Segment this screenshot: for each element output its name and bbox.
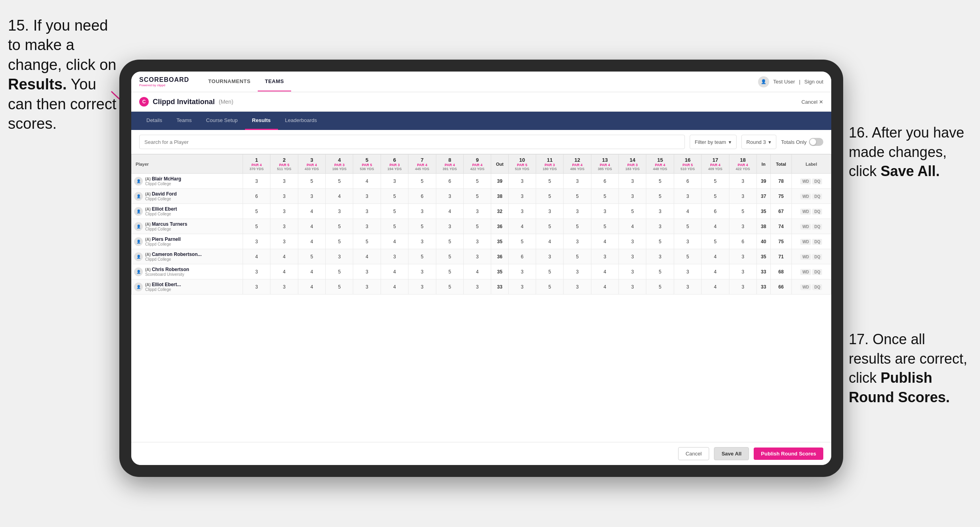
score-hole-13[interactable]: 5 — [591, 219, 618, 234]
table-row[interactable]: 👤 (A) Chris Robertson Scoreboard Univers… — [132, 264, 831, 279]
score-hole-4[interactable]: 3 — [326, 204, 353, 219]
score-hole-1[interactable]: 3 — [243, 264, 270, 279]
table-row[interactable]: 👤 (A) Elliot Ebert Clippd College 534335… — [132, 204, 831, 219]
score-hole-4[interactable]: 5 — [326, 264, 353, 279]
score-hole-5[interactable]: 3 — [353, 204, 381, 219]
score-hole-6[interactable]: 5 — [381, 204, 408, 219]
score-hole-13[interactable]: 3 — [591, 204, 618, 219]
score-hole-12[interactable]: 3 — [564, 204, 591, 219]
score-hole-15[interactable]: 5 — [646, 264, 674, 279]
score-hole-13[interactable]: 4 — [591, 234, 618, 249]
score-hole-16[interactable]: 3 — [674, 189, 701, 204]
nav-teams[interactable]: TEAMS — [258, 72, 291, 91]
totals-toggle-switch[interactable] — [809, 138, 823, 146]
score-hole-16[interactable]: 6 — [674, 174, 701, 189]
score-hole-1[interactable]: 5 — [243, 204, 270, 219]
score-hole-8[interactable]: 5 — [436, 249, 463, 264]
score-hole-3[interactable]: 3 — [298, 189, 325, 204]
score-hole-12[interactable]: 5 — [564, 249, 591, 264]
score-hole-4[interactable]: 5 — [326, 234, 353, 249]
score-hole-11[interactable]: 5 — [536, 219, 563, 234]
score-hole-11[interactable]: 5 — [536, 264, 563, 279]
dq-badge[interactable]: DQ — [812, 269, 822, 275]
score-hole-14[interactable]: 3 — [619, 174, 646, 189]
nav-tournaments[interactable]: TOURNAMENTS — [201, 72, 258, 91]
score-hole-7[interactable]: 3 — [408, 234, 436, 249]
score-hole-6[interactable]: 4 — [381, 264, 408, 279]
score-hole-2[interactable]: 3 — [270, 189, 298, 204]
score-hole-17[interactable]: 4 — [702, 279, 729, 294]
wd-badge[interactable]: WD — [800, 239, 811, 245]
score-hole-16[interactable]: 3 — [674, 279, 701, 294]
score-hole-7[interactable]: 6 — [408, 189, 436, 204]
score-hole-3[interactable]: 4 — [298, 234, 325, 249]
score-hole-3[interactable]: 5 — [298, 174, 325, 189]
score-hole-16[interactable]: 5 — [674, 219, 701, 234]
score-hole-4[interactable]: 4 — [326, 189, 353, 204]
score-hole-12[interactable]: 3 — [564, 174, 591, 189]
score-hole-2[interactable]: 3 — [270, 174, 298, 189]
dq-badge[interactable]: DQ — [812, 194, 822, 200]
score-hole-13[interactable]: 4 — [591, 279, 618, 294]
score-hole-7[interactable]: 5 — [408, 174, 436, 189]
score-hole-10[interactable]: 3 — [508, 264, 536, 279]
score-hole-9[interactable]: 5 — [463, 219, 491, 234]
score-hole-16[interactable]: 5 — [674, 249, 701, 264]
score-hole-6[interactable]: 3 — [381, 174, 408, 189]
score-hole-2[interactable]: 3 — [270, 219, 298, 234]
score-hole-6[interactable]: 3 — [381, 249, 408, 264]
score-hole-11[interactable]: 5 — [536, 279, 563, 294]
cancel-tournament-button[interactable]: Cancel ✕ — [801, 99, 823, 105]
score-hole-5[interactable]: 4 — [353, 174, 381, 189]
score-hole-3[interactable]: 4 — [298, 279, 325, 294]
score-hole-16[interactable]: 3 — [674, 234, 701, 249]
score-hole-8[interactable]: 5 — [436, 264, 463, 279]
score-hole-15[interactable]: 3 — [646, 249, 674, 264]
score-hole-18[interactable]: 3 — [729, 174, 756, 189]
score-hole-9[interactable]: 3 — [463, 234, 491, 249]
score-hole-11[interactable]: 3 — [536, 249, 563, 264]
score-hole-17[interactable]: 5 — [702, 189, 729, 204]
score-hole-18[interactable]: 6 — [729, 234, 756, 249]
score-hole-2[interactable]: 4 — [270, 249, 298, 264]
score-hole-17[interactable]: 4 — [702, 264, 729, 279]
score-hole-1[interactable]: 3 — [243, 234, 270, 249]
score-hole-8[interactable]: 5 — [436, 234, 463, 249]
sign-out-link[interactable]: Sign out — [804, 79, 823, 85]
score-hole-10[interactable]: 5 — [508, 234, 536, 249]
score-hole-10[interactable]: 3 — [508, 174, 536, 189]
score-hole-3[interactable]: 4 — [298, 204, 325, 219]
wd-badge[interactable]: WD — [800, 224, 811, 230]
score-hole-12[interactable]: 3 — [564, 234, 591, 249]
score-hole-10[interactable]: 4 — [508, 219, 536, 234]
score-hole-5[interactable]: 5 — [353, 234, 381, 249]
score-hole-10[interactable]: 6 — [508, 249, 536, 264]
cancel-button[interactable]: Cancel — [678, 447, 709, 460]
score-hole-12[interactable]: 3 — [564, 279, 591, 294]
score-hole-16[interactable]: 3 — [674, 264, 701, 279]
tab-results[interactable]: Results — [245, 112, 278, 130]
score-hole-18[interactable]: 3 — [729, 219, 756, 234]
score-hole-1[interactable]: 5 — [243, 219, 270, 234]
score-hole-9[interactable]: 3 — [463, 279, 491, 294]
scores-table-container[interactable]: Player 1 PAR 4 370 YDS 2 PAR 5 511 YDS — [131, 154, 831, 442]
score-hole-8[interactable]: 3 — [436, 189, 463, 204]
score-hole-14[interactable]: 3 — [619, 189, 646, 204]
dq-badge[interactable]: DQ — [812, 178, 822, 184]
score-hole-10[interactable]: 3 — [508, 279, 536, 294]
score-hole-14[interactable]: 3 — [619, 279, 646, 294]
publish-round-scores-button[interactable]: Publish Round Scores — [754, 448, 823, 460]
score-hole-1[interactable]: 6 — [243, 189, 270, 204]
table-row[interactable]: 👤 (A) Marcus Turners Clippd College 5345… — [132, 219, 831, 234]
dq-badge[interactable]: DQ — [812, 254, 822, 260]
score-hole-8[interactable]: 3 — [436, 219, 463, 234]
score-hole-14[interactable]: 4 — [619, 219, 646, 234]
score-hole-12[interactable]: 5 — [564, 219, 591, 234]
score-hole-14[interactable]: 3 — [619, 264, 646, 279]
score-hole-10[interactable]: 3 — [508, 204, 536, 219]
score-hole-9[interactable]: 3 — [463, 249, 491, 264]
score-hole-3[interactable]: 4 — [298, 264, 325, 279]
search-input[interactable] — [139, 135, 685, 149]
score-hole-18[interactable]: 3 — [729, 279, 756, 294]
score-hole-6[interactable]: 4 — [381, 279, 408, 294]
